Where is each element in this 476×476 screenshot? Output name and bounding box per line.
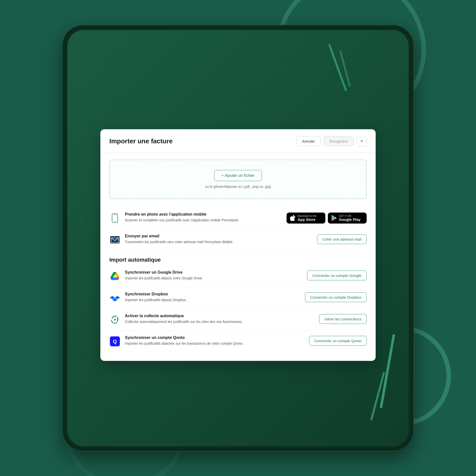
svg-point-6 xyxy=(114,319,116,320)
gdrive-section-desc: Importer les justificatifs depuis votre … xyxy=(125,275,245,281)
mobile-section-title: Prendre en photo avec l'application mobi… xyxy=(125,212,281,216)
svg-text:Q: Q xyxy=(113,338,117,344)
gdrive-section-text: Synchroniser un Google Drive Importer le… xyxy=(125,270,301,281)
mobile-section-left: Prendre en photo avec l'application mobi… xyxy=(109,212,281,223)
dropbox-section-desc: Importer les justificatifs depuis Dropbo… xyxy=(125,297,245,302)
google-play-text: GET IT ON Google Play xyxy=(339,214,361,221)
enregistrer-button[interactable]: Enregistrer xyxy=(324,136,354,146)
dropbox-section-actions: Connecter un compte Dropbox xyxy=(305,292,367,302)
mobile-section-actions: Download on the App Store xyxy=(287,212,367,223)
email-section-actions: Créer une adresse mail xyxy=(317,234,367,244)
connect-qonto-button[interactable]: Connecter un compte Qonto xyxy=(309,336,367,345)
upload-zone[interactable]: + Ajouter un fichier ou le glisser/dépos… xyxy=(109,159,367,199)
modal-title: Importer une facture xyxy=(109,137,173,145)
email-section-left: Envoyer par email Transmettre les justif… xyxy=(109,234,311,245)
modal-header: Importer une facture Annuler Enregistrer… xyxy=(100,129,376,152)
connecteur-icon xyxy=(109,314,120,325)
svg-rect-3 xyxy=(110,236,120,243)
tablet-inner: Importer une facture Annuler Enregistrer… xyxy=(67,30,409,446)
email-section: Envoyer par email Transmettre les justif… xyxy=(109,229,367,250)
gdrive-section-title: Synchroniser un Google Drive xyxy=(125,270,301,274)
upload-hint: ou le glisser/déposer ici (.pdf, .png ou… xyxy=(115,184,361,188)
qonto-section: Q Synchroniser un compte Qonto Importer … xyxy=(109,330,367,352)
qonto-section-title: Synchroniser un compte Qonto xyxy=(125,335,303,340)
dropbox-section-left: Synchroniser Dropbox Importer les justif… xyxy=(109,292,299,303)
auto-import-heading: Import automatique xyxy=(109,250,367,265)
modal-header-actions: Annuler Enregistrer × xyxy=(296,136,367,146)
connect-dropbox-button[interactable]: Connecter un compte Dropbox xyxy=(305,292,367,302)
phone-icon xyxy=(109,212,120,223)
google-play-button[interactable]: GET IT ON Google Play xyxy=(328,212,367,223)
qonto-icon: Q xyxy=(109,336,120,347)
google-drive-section: Synchroniser un Google Drive Importer le… xyxy=(109,265,367,287)
annuler-button[interactable]: Annuler xyxy=(296,136,321,146)
qonto-section-text: Synchroniser un compte Qonto Importer le… xyxy=(125,335,303,346)
modal-body: + Ajouter un fichier ou le glisser/dépos… xyxy=(100,152,376,361)
gdrive-section-left: Synchroniser un Google Drive Importer le… xyxy=(109,270,301,281)
connecteurs-section-actions: Gérer les connecteurs xyxy=(319,314,367,324)
connecteurs-section-title: Activer la collecte automatique xyxy=(125,313,313,318)
email-section-desc: Transmettre les justificatifs vers votre… xyxy=(125,239,245,244)
apple-icon xyxy=(290,215,296,221)
qonto-section-actions: Connecter un compte Qonto xyxy=(309,336,367,345)
dropbox-icon xyxy=(109,292,120,303)
connecteurs-section-text: Activer la collecte automatique Collecte… xyxy=(125,313,313,324)
close-icon: × xyxy=(360,139,363,144)
manage-connecteurs-button[interactable]: Gérer les connecteurs xyxy=(319,314,367,324)
dropbox-section: Synchroniser Dropbox Importer les justif… xyxy=(109,287,367,308)
mobile-section: Prendre en photo avec l'application mobi… xyxy=(109,207,367,229)
app-store-text: Download on the App Store xyxy=(298,214,316,221)
email-icon xyxy=(109,234,120,245)
add-file-button[interactable]: + Ajouter un fichier xyxy=(214,170,262,181)
email-section-text: Envoyer par email Transmettre les justif… xyxy=(125,234,311,244)
dropbox-section-title: Synchroniser Dropbox xyxy=(125,292,299,296)
svg-point-1 xyxy=(114,221,115,222)
connecteurs-section-desc: Collecter automatiquement les justificat… xyxy=(125,319,245,324)
play-icon xyxy=(331,215,337,221)
close-button[interactable]: × xyxy=(357,136,367,146)
qonto-section-desc: Importer les justificatifs attachés sur … xyxy=(125,341,245,346)
create-email-button[interactable]: Créer une adresse mail xyxy=(317,234,367,244)
connecteurs-section: Activer la collecte automatique Collecte… xyxy=(109,308,367,330)
connecteurs-section-left: Activer la collecte automatique Collecte… xyxy=(109,313,313,325)
tablet-frame: Importer une facture Annuler Enregistrer… xyxy=(63,26,413,451)
qonto-section-left: Q Synchroniser un compte Qonto Importer … xyxy=(109,335,303,347)
svg-rect-2 xyxy=(113,214,116,215)
mobile-section-desc: Scanner et compléter vos justificatifs a… xyxy=(125,217,245,223)
bg-stroke-2 xyxy=(339,50,351,87)
gdrive-section-actions: Connecter un compte Google xyxy=(307,270,367,280)
mobile-section-text: Prendre en photo avec l'application mobi… xyxy=(125,212,281,223)
modal: Importer une facture Annuler Enregistrer… xyxy=(100,129,376,361)
dropbox-section-text: Synchroniser Dropbox Importer les justif… xyxy=(125,292,299,302)
connect-google-button[interactable]: Connecter un compte Google xyxy=(307,270,367,280)
bg-stroke-3 xyxy=(380,334,395,408)
app-store-button[interactable]: Download on the App Store xyxy=(287,212,325,223)
email-section-title: Envoyer par email xyxy=(125,234,311,238)
google-drive-icon xyxy=(109,270,120,281)
